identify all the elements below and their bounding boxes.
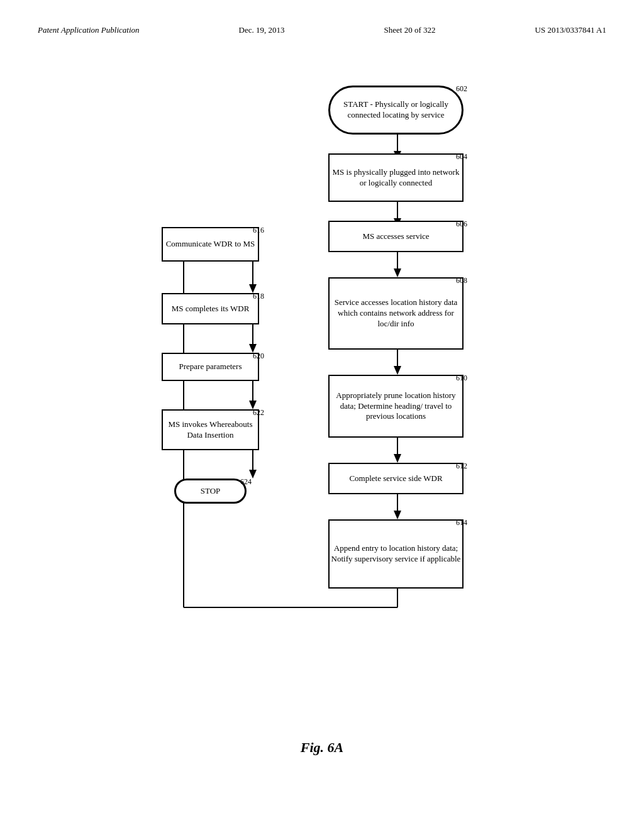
node-616: Communicate WDR to MS	[162, 227, 259, 262]
svg-marker-5	[394, 268, 401, 277]
node-618: MS completes its WDR	[162, 293, 259, 324]
label-608: 608	[456, 276, 467, 285]
header-sheet: Sheet 20 of 322	[384, 25, 436, 35]
label-610: 610	[456, 374, 467, 383]
diagram-area: START - Physically or logically connecte…	[38, 60, 606, 721]
label-604: 604	[456, 152, 467, 162]
node-610: Appropriately prune location history dat…	[328, 375, 464, 438]
arrows-svg	[64, 60, 580, 721]
label-618: 618	[253, 292, 264, 301]
node-622: MS invokes Whereabouts Data Insertion	[162, 409, 259, 450]
node-624: STOP	[174, 479, 247, 504]
node-604: MS is physically plugged into network or…	[328, 153, 464, 202]
label-602: 602	[456, 84, 467, 94]
node-606: MS accesses service	[328, 221, 464, 252]
label-624: 624	[240, 477, 252, 487]
diagram-inner: START - Physically or logically connecte…	[64, 60, 580, 721]
label-616: 616	[253, 226, 264, 235]
figure-caption: Fig. 6A	[38, 739, 606, 756]
label-606: 606	[456, 219, 467, 229]
node-602: START - Physically or logically connecte…	[328, 86, 464, 135]
node-614: Append entry to location history data; N…	[328, 519, 464, 589]
node-608: Service accesses location history data w…	[328, 277, 464, 350]
svg-marker-11	[394, 511, 401, 519]
node-620: Prepare parameters	[162, 353, 259, 381]
header-date: Dec. 19, 2013	[239, 25, 285, 35]
page-header: Patent Application Publication Dec. 19, …	[38, 25, 606, 35]
label-620: 620	[253, 351, 264, 361]
header-publication: Patent Application Publication	[38, 25, 140, 35]
header-patent: US 2013/0337841 A1	[535, 25, 606, 35]
label-614: 614	[456, 518, 467, 528]
label-622: 622	[253, 408, 264, 418]
label-612: 612	[456, 462, 467, 471]
node-612: Complete service side WDR	[328, 463, 464, 494]
page: Patent Application Publication Dec. 19, …	[0, 0, 644, 830]
svg-marker-9	[394, 454, 401, 463]
svg-marker-7	[394, 366, 401, 375]
